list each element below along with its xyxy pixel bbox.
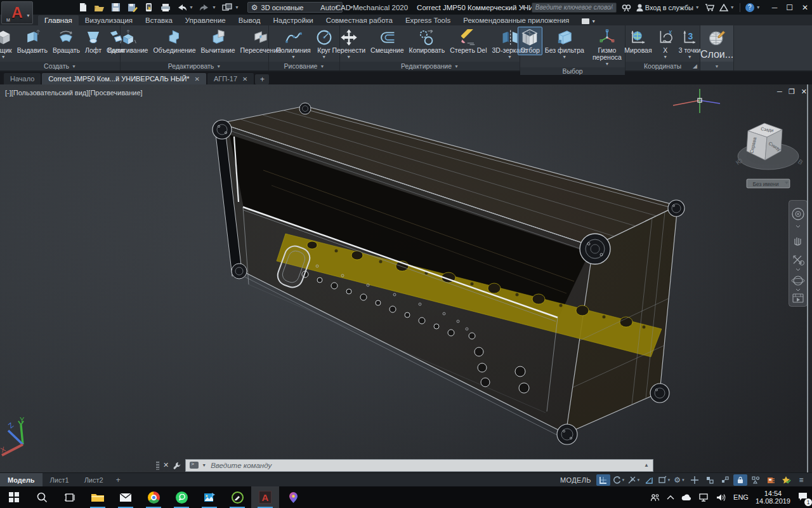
viewport-controls-label[interactable]: [-][Пользовательский вид][Просвечивание]	[5, 89, 143, 97]
photos-app-icon[interactable]	[195, 486, 223, 508]
wcs-button[interactable]: Мировая	[622, 27, 654, 55]
navigation-bar[interactable]	[789, 200, 808, 307]
layout-tab-list1[interactable]: Лист1	[43, 473, 77, 486]
command-input-bar[interactable]: ▼ ▲	[185, 459, 653, 472]
viewcube-view-name[interactable]: Без имени	[747, 179, 790, 188]
layout-tab-list2[interactable]: Лист2	[77, 473, 111, 486]
tab-express-tools[interactable]: Express Tools	[399, 15, 457, 25]
loft-button[interactable]: Лофт	[82, 27, 104, 55]
vp-restore-button[interactable]: ❐	[789, 88, 795, 96]
people-icon[interactable]	[650, 493, 660, 502]
grid-toggle[interactable]	[596, 474, 610, 486]
start-button[interactable]	[0, 486, 28, 508]
panel-label-create[interactable]: Создать▼	[0, 62, 120, 70]
hidden-icons-chevron[interactable]	[667, 495, 674, 500]
save-as-button[interactable]	[127, 2, 138, 13]
hardware-acceleration-toggle[interactable]	[764, 474, 778, 486]
ribbon-minimize-button[interactable]: ▼	[582, 18, 596, 25]
tab-vizualizaciya[interactable]: Визуализация	[79, 15, 139, 25]
doc-tab-start[interactable]: Начало	[4, 73, 41, 84]
tab-vstavka[interactable]: Вставка	[139, 15, 179, 25]
vp-minimize-button[interactable]: ─	[777, 88, 782, 96]
redo-button[interactable]	[199, 2, 210, 13]
object-snap-toggle[interactable]	[703, 474, 717, 486]
save-button[interactable]	[110, 2, 121, 13]
snap-toggle[interactable]: ▼	[612, 474, 625, 486]
panel-label-layers[interactable]: ▼	[700, 62, 733, 70]
taskbar-clock[interactable]: 14:54 14.08.2019	[756, 490, 790, 505]
undo-dropdown[interactable]: ▼	[189, 5, 193, 10]
undo-button[interactable]	[176, 2, 187, 13]
redo-dropdown[interactable]: ▼	[212, 5, 216, 10]
new-drawing-tab-button[interactable]: +	[255, 74, 269, 84]
file-explorer-icon[interactable]	[84, 486, 112, 508]
volume-icon[interactable]	[716, 493, 726, 502]
chevron-down-icon[interactable]: ▼	[202, 463, 206, 467]
workspace-gear-toggle[interactable]: ⚙▼	[672, 474, 686, 486]
close-button[interactable]: ✕	[802, 3, 808, 12]
lock-ui-toggle[interactable]	[733, 474, 747, 486]
panel-label-draw[interactable]: Рисование▼	[269, 62, 339, 70]
layers-icon[interactable]	[708, 29, 726, 49]
new-file-button[interactable]	[77, 2, 88, 13]
filter-button[interactable]: Без фильтра▼	[542, 27, 587, 60]
search-icon[interactable]	[622, 4, 631, 11]
whatsapp-icon[interactable]	[167, 486, 195, 508]
model-3d-wireframe[interactable]	[0, 84, 807, 472]
minimize-button[interactable]: ─	[772, 3, 778, 12]
isolate-objects-toggle[interactable]	[749, 474, 763, 486]
tab-upravlenie[interactable]: Управление	[179, 15, 232, 25]
box-button[interactable]: Ящик▼	[0, 27, 15, 60]
vp-close-button[interactable]: ✕	[801, 88, 807, 96]
tab-rekomendovannye[interactable]: Рекомендованные приложения	[457, 15, 575, 25]
command-close-icon[interactable]: ✕	[163, 461, 169, 469]
ucs-3point-button[interactable]: 3 3 точки▼	[676, 27, 704, 60]
ortho-toggle[interactable]: ▼	[627, 474, 641, 486]
search-expand-arrow[interactable]: ▶	[523, 4, 527, 10]
task-view-icon[interactable]	[56, 486, 84, 508]
graphics-performance-toggle[interactable]	[779, 474, 793, 486]
layout-tab-model[interactable]: Модель	[0, 473, 43, 486]
isodraft-toggle[interactable]	[642, 474, 656, 486]
new-layout-button[interactable]: +	[111, 476, 126, 485]
ucs-x-button[interactable]: x X▼	[655, 27, 676, 60]
maximize-button[interactable]: ☐	[786, 3, 793, 12]
search-taskbar-icon[interactable]	[28, 486, 56, 508]
culling-button[interactable]: Отбор	[518, 27, 542, 55]
object-snap-tracking-toggle[interactable]	[718, 474, 732, 486]
language-indicator[interactable]: ENG	[733, 493, 749, 501]
gizmo-button[interactable]: Гизмо переноса▼	[587, 27, 627, 67]
doc-tab-current[interactable]: Correct JMP50 Ком...й УНИВЕРСАЛЬ НЫЙ*✕	[42, 73, 206, 84]
move-button[interactable]: Перенести▼	[329, 27, 368, 60]
customization-menu-button[interactable]: ≡	[794, 474, 808, 486]
plot-button[interactable]	[160, 2, 171, 13]
screenshot-app-icon[interactable]	[223, 486, 251, 508]
open-file-button[interactable]	[94, 2, 105, 13]
viewcube[interactable]: Ю В Сзади Справа Снизу Без имени	[729, 117, 811, 193]
chrome-icon[interactable]	[140, 486, 167, 508]
extrude-button[interactable]: Выдавить	[15, 27, 50, 55]
autodesk-app-icon[interactable]: ▼	[719, 4, 735, 11]
help-button[interactable]: ?▼	[745, 3, 761, 12]
polyline-button[interactable]: Полилиния▼	[273, 27, 313, 60]
panel-label-modify[interactable]: Редактирование▼	[340, 62, 520, 70]
tab-nadstroyki[interactable]: Надстройки	[267, 15, 320, 25]
app-store-icon[interactable]	[705, 3, 714, 11]
crosshair-toggle[interactable]	[688, 474, 702, 486]
command-history-arrow[interactable]: ▲	[644, 462, 649, 468]
workspace-switch-dropdown[interactable]: ▼	[235, 5, 239, 10]
presspull-button[interactable]: Вытягивание	[105, 27, 151, 55]
subtract-button[interactable]: Вычитание	[199, 27, 238, 55]
panel-label-coordinates[interactable]: Координаты◢	[625, 62, 700, 70]
command-drag-handle[interactable]	[156, 461, 159, 470]
tab-sovmestnaya-rabota[interactable]: Совместная работа	[320, 15, 399, 25]
sign-in-button[interactable]: Вход в службы ▼	[636, 4, 700, 11]
union-button[interactable]: Объединение	[150, 27, 198, 55]
drawing-viewport[interactable]: [-][Пользовательский вид][Просвечивание]…	[0, 84, 812, 472]
revolve-button[interactable]: Вращать	[50, 27, 82, 55]
tab-vyvod[interactable]: Вывод	[232, 15, 267, 25]
offset-button[interactable]: Смещение	[368, 27, 407, 55]
application-menu-button[interactable]: A M ▼	[1, 1, 33, 24]
panel-label-solid-edit[interactable]: Редактировать▼	[121, 62, 268, 70]
network-icon[interactable]	[699, 493, 709, 502]
